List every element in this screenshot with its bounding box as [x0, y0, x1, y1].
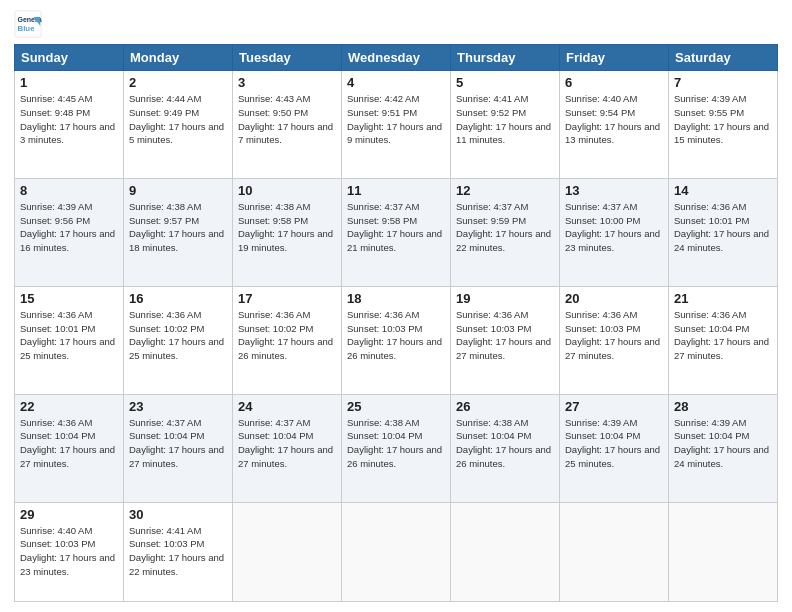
day-info: Sunrise: 4:38 AMSunset: 9:58 PMDaylight:… — [238, 200, 336, 255]
sunset-label: Sunset: 9:57 PM — [129, 215, 199, 226]
header: General Blue — [14, 10, 778, 38]
sunset-label: Sunset: 10:00 PM — [565, 215, 641, 226]
day-number: 1 — [20, 75, 118, 90]
sunrise-label: Sunrise: 4:36 AM — [238, 309, 310, 320]
sunset-label: Sunset: 10:01 PM — [20, 323, 96, 334]
sunrise-label: Sunrise: 4:39 AM — [674, 417, 746, 428]
sunrise-label: Sunrise: 4:36 AM — [674, 309, 746, 320]
calendar-cell: 16Sunrise: 4:36 AMSunset: 10:02 PMDaylig… — [124, 286, 233, 394]
day-number: 25 — [347, 399, 445, 414]
day-number: 15 — [20, 291, 118, 306]
daylight-label: Daylight: 17 hours and 5 minutes. — [129, 121, 224, 146]
calendar-cell: 30Sunrise: 4:41 AMSunset: 10:03 PMDaylig… — [124, 502, 233, 601]
day-info: Sunrise: 4:40 AMSunset: 10:03 PMDaylight… — [20, 524, 118, 579]
day-number: 29 — [20, 507, 118, 522]
day-info: Sunrise: 4:39 AMSunset: 9:55 PMDaylight:… — [674, 92, 772, 147]
calendar-cell: 12Sunrise: 4:37 AMSunset: 9:59 PMDayligh… — [451, 178, 560, 286]
calendar-cell: 20Sunrise: 4:36 AMSunset: 10:03 PMDaylig… — [560, 286, 669, 394]
day-number: 19 — [456, 291, 554, 306]
day-number: 22 — [20, 399, 118, 414]
daylight-label: Daylight: 17 hours and 15 minutes. — [674, 121, 769, 146]
sunrise-label: Sunrise: 4:44 AM — [129, 93, 201, 104]
sunrise-label: Sunrise: 4:42 AM — [347, 93, 419, 104]
sunrise-label: Sunrise: 4:40 AM — [565, 93, 637, 104]
sunset-label: Sunset: 10:04 PM — [565, 430, 641, 441]
col-saturday: Saturday — [669, 45, 778, 71]
sunrise-label: Sunrise: 4:37 AM — [238, 417, 310, 428]
sunset-label: Sunset: 9:51 PM — [347, 107, 417, 118]
day-info: Sunrise: 4:37 AMSunset: 9:59 PMDaylight:… — [456, 200, 554, 255]
sunrise-label: Sunrise: 4:39 AM — [565, 417, 637, 428]
sunset-label: Sunset: 9:50 PM — [238, 107, 308, 118]
day-info: Sunrise: 4:36 AMSunset: 10:04 PMDaylight… — [674, 308, 772, 363]
sunrise-label: Sunrise: 4:41 AM — [129, 525, 201, 536]
daylight-label: Daylight: 17 hours and 26 minutes. — [238, 336, 333, 361]
daylight-label: Daylight: 17 hours and 27 minutes. — [238, 444, 333, 469]
sunrise-label: Sunrise: 4:38 AM — [238, 201, 310, 212]
daylight-label: Daylight: 17 hours and 11 minutes. — [456, 121, 551, 146]
day-number: 17 — [238, 291, 336, 306]
daylight-label: Daylight: 17 hours and 26 minutes. — [456, 444, 551, 469]
calendar-cell: 15Sunrise: 4:36 AMSunset: 10:01 PMDaylig… — [15, 286, 124, 394]
day-info: Sunrise: 4:36 AMSunset: 10:02 PMDaylight… — [129, 308, 227, 363]
calendar-cell: 18Sunrise: 4:36 AMSunset: 10:03 PMDaylig… — [342, 286, 451, 394]
day-number: 11 — [347, 183, 445, 198]
logo-icon: General Blue — [14, 10, 42, 38]
calendar-cell: 5Sunrise: 4:41 AMSunset: 9:52 PMDaylight… — [451, 71, 560, 179]
sunset-label: Sunset: 10:04 PM — [129, 430, 205, 441]
day-number: 9 — [129, 183, 227, 198]
day-info: Sunrise: 4:39 AMSunset: 9:56 PMDaylight:… — [20, 200, 118, 255]
calendar-cell: 26Sunrise: 4:38 AMSunset: 10:04 PMDaylig… — [451, 394, 560, 502]
daylight-label: Daylight: 17 hours and 9 minutes. — [347, 121, 442, 146]
sunset-label: Sunset: 9:48 PM — [20, 107, 90, 118]
calendar-cell: 21Sunrise: 4:36 AMSunset: 10:04 PMDaylig… — [669, 286, 778, 394]
day-number: 14 — [674, 183, 772, 198]
day-info: Sunrise: 4:41 AMSunset: 10:03 PMDaylight… — [129, 524, 227, 579]
day-number: 7 — [674, 75, 772, 90]
sunrise-label: Sunrise: 4:41 AM — [456, 93, 528, 104]
day-number: 26 — [456, 399, 554, 414]
daylight-label: Daylight: 17 hours and 13 minutes. — [565, 121, 660, 146]
day-info: Sunrise: 4:44 AMSunset: 9:49 PMDaylight:… — [129, 92, 227, 147]
sunrise-label: Sunrise: 4:36 AM — [129, 309, 201, 320]
sunset-label: Sunset: 10:02 PM — [238, 323, 314, 334]
day-info: Sunrise: 4:41 AMSunset: 9:52 PMDaylight:… — [456, 92, 554, 147]
day-info: Sunrise: 4:38 AMSunset: 9:57 PMDaylight:… — [129, 200, 227, 255]
calendar-cell: 3Sunrise: 4:43 AMSunset: 9:50 PMDaylight… — [233, 71, 342, 179]
sunrise-label: Sunrise: 4:36 AM — [20, 309, 92, 320]
calendar-cell — [669, 502, 778, 601]
sunset-label: Sunset: 9:55 PM — [674, 107, 744, 118]
sunset-label: Sunset: 9:54 PM — [565, 107, 635, 118]
daylight-label: Daylight: 17 hours and 3 minutes. — [20, 121, 115, 146]
daylight-label: Daylight: 17 hours and 25 minutes. — [20, 336, 115, 361]
daylight-label: Daylight: 17 hours and 23 minutes. — [565, 228, 660, 253]
sunrise-label: Sunrise: 4:37 AM — [347, 201, 419, 212]
daylight-label: Daylight: 17 hours and 27 minutes. — [565, 336, 660, 361]
daylight-label: Daylight: 17 hours and 27 minutes. — [674, 336, 769, 361]
sunrise-label: Sunrise: 4:36 AM — [20, 417, 92, 428]
day-number: 21 — [674, 291, 772, 306]
calendar-cell — [451, 502, 560, 601]
calendar-cell — [233, 502, 342, 601]
sunset-label: Sunset: 10:04 PM — [20, 430, 96, 441]
day-number: 10 — [238, 183, 336, 198]
daylight-label: Daylight: 17 hours and 25 minutes. — [565, 444, 660, 469]
svg-text:Blue: Blue — [18, 24, 36, 33]
day-number: 5 — [456, 75, 554, 90]
col-tuesday: Tuesday — [233, 45, 342, 71]
day-info: Sunrise: 4:37 AMSunset: 9:58 PMDaylight:… — [347, 200, 445, 255]
day-info: Sunrise: 4:36 AMSunset: 10:02 PMDaylight… — [238, 308, 336, 363]
calendar-cell: 25Sunrise: 4:38 AMSunset: 10:04 PMDaylig… — [342, 394, 451, 502]
daylight-label: Daylight: 17 hours and 24 minutes. — [674, 228, 769, 253]
day-number: 20 — [565, 291, 663, 306]
sunrise-label: Sunrise: 4:36 AM — [565, 309, 637, 320]
sunset-label: Sunset: 10:03 PM — [347, 323, 423, 334]
calendar-cell: 27Sunrise: 4:39 AMSunset: 10:04 PMDaylig… — [560, 394, 669, 502]
day-number: 23 — [129, 399, 227, 414]
daylight-label: Daylight: 17 hours and 26 minutes. — [347, 444, 442, 469]
daylight-label: Daylight: 17 hours and 27 minutes. — [20, 444, 115, 469]
sunset-label: Sunset: 10:04 PM — [456, 430, 532, 441]
day-number: 16 — [129, 291, 227, 306]
day-number: 4 — [347, 75, 445, 90]
sunset-label: Sunset: 10:03 PM — [20, 538, 96, 549]
